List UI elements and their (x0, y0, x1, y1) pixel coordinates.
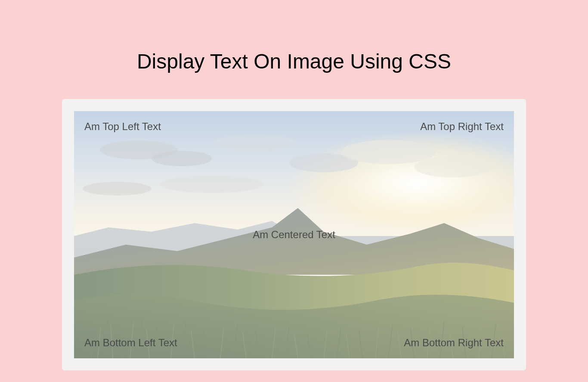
top-left-text: Am Top Left Text (84, 121, 161, 133)
bottom-left-text: Am Bottom Left Text (84, 337, 177, 349)
bottom-right-text: Am Bottom Right Text (404, 337, 504, 349)
top-right-text: Am Top Right Text (420, 121, 504, 133)
page-title: Display Text On Image Using CSS (0, 0, 588, 99)
image-wrapper: Am Top Left Text Am Top Right Text Am Ce… (74, 111, 514, 358)
image-container: Am Top Left Text Am Top Right Text Am Ce… (62, 99, 526, 370)
centered-text: Am Centered Text (253, 229, 335, 241)
